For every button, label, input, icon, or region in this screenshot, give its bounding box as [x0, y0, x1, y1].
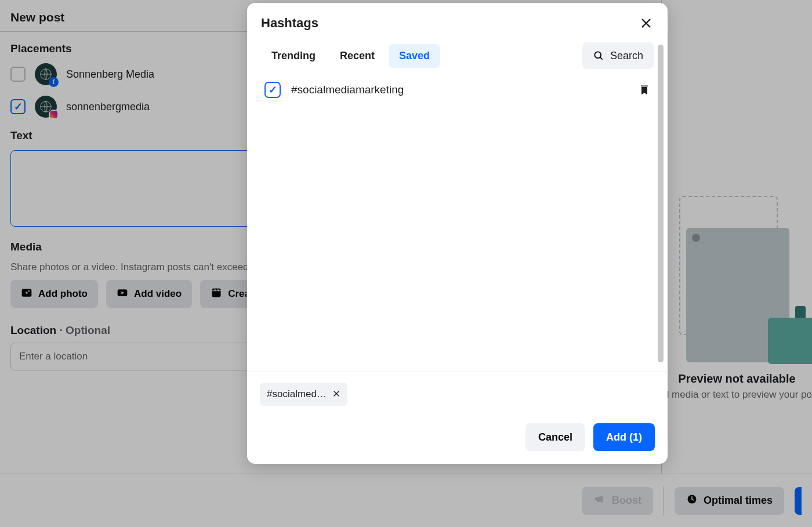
- tab-row: Trending Recent Saved Search: [247, 39, 668, 75]
- tab-saved[interactable]: Saved: [389, 44, 440, 68]
- search-label: Search: [610, 50, 643, 62]
- selected-hashtag-chip: #socialmed…: [260, 383, 347, 406]
- chip-label: #socialmed…: [267, 388, 327, 400]
- add-button[interactable]: Add (1): [593, 423, 655, 451]
- bookmark-icon[interactable]: [639, 83, 650, 96]
- scrollbar[interactable]: [658, 45, 664, 362]
- modal-footer: #socialmed… Cancel Add (1): [247, 372, 668, 464]
- svg-point-9: [594, 52, 601, 58]
- hashtag-item[interactable]: #socialmediamarketing: [264, 78, 650, 101]
- cancel-button[interactable]: Cancel: [525, 423, 585, 451]
- search-button[interactable]: Search: [582, 42, 654, 69]
- hashtag-list: #socialmediamarketing: [247, 75, 668, 372]
- chip-remove-button[interactable]: [332, 388, 340, 401]
- close-icon: [640, 17, 652, 30]
- modal-title: Hashtags: [261, 16, 318, 31]
- tab-recent[interactable]: Recent: [329, 44, 385, 68]
- search-icon: [593, 50, 604, 61]
- hashtags-modal: Hashtags Trending Recent Saved Search #s…: [247, 3, 668, 464]
- close-button[interactable]: [639, 16, 654, 31]
- hashtag-checkbox[interactable]: [264, 82, 281, 98]
- hashtag-text: #socialmediamarketing: [291, 83, 628, 96]
- tab-trending[interactable]: Trending: [261, 44, 326, 68]
- close-icon: [332, 390, 340, 398]
